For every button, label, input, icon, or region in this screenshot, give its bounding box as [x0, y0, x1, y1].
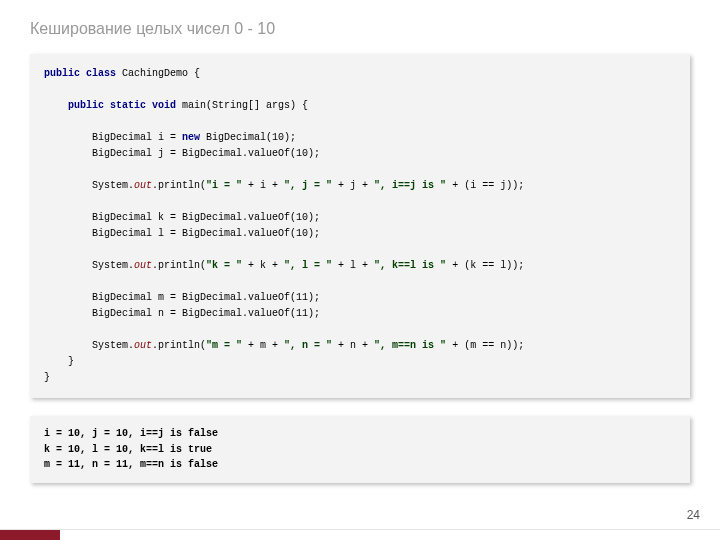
code-str: "m = " — [206, 340, 242, 351]
code-text: } — [44, 372, 50, 383]
code-text: BigDecimal k = BigDecimal.valueOf(10); — [44, 212, 320, 223]
code-text: System. — [44, 180, 134, 191]
code-text: + l + — [332, 260, 374, 271]
code-text: BigDecimal m = BigDecimal.valueOf(11); — [44, 292, 320, 303]
code-text: .println( — [152, 180, 206, 191]
code-text: + (i == j)); — [446, 180, 524, 191]
slide-title: Кеширование целых чисел 0 - 10 — [0, 0, 720, 38]
code-out: out — [134, 260, 152, 271]
code-text: .println( — [152, 260, 206, 271]
code-text: } — [44, 356, 74, 367]
code-text: + (k == l)); — [446, 260, 524, 271]
code-str: ", l = " — [284, 260, 332, 271]
code-str: "i = " — [206, 180, 242, 191]
output-block: i = 10, j = 10, i==j is false k = 10, l … — [30, 416, 690, 483]
page-number: 24 — [687, 508, 700, 522]
code-str: ", m==n is " — [374, 340, 446, 351]
code-text: + i + — [242, 180, 284, 191]
code-text: BigDecimal l = BigDecimal.valueOf(10); — [44, 228, 320, 239]
code-text: + j + — [332, 180, 374, 191]
code-str: ", k==l is " — [374, 260, 446, 271]
code-text: System. — [44, 260, 134, 271]
code-block: public class CachingDemo { public static… — [30, 54, 690, 398]
footer-accent — [0, 530, 60, 540]
code-text: BigDecimal n = BigDecimal.valueOf(11); — [44, 308, 320, 319]
code-text: BigDecimal j = BigDecimal.valueOf(10); — [44, 148, 320, 159]
code-out: out — [134, 340, 152, 351]
code-out: out — [134, 180, 152, 191]
footer-divider — [0, 529, 720, 530]
code-kw: public class — [44, 68, 116, 79]
code-text: + (m == n)); — [446, 340, 524, 351]
code-str: ", n = " — [284, 340, 332, 351]
code-text: CachingDemo { — [116, 68, 200, 79]
code-text: System. — [44, 340, 134, 351]
code-str: "k = " — [206, 260, 242, 271]
code-str: ", i==j is " — [374, 180, 446, 191]
code-text: + k + — [242, 260, 284, 271]
code-kw: new — [182, 132, 200, 143]
code-text: + n + — [332, 340, 374, 351]
code-text: BigDecimal(10); — [200, 132, 296, 143]
code-text: + m + — [242, 340, 284, 351]
code-str: ", j = " — [284, 180, 332, 191]
code-text: BigDecimal i = — [44, 132, 182, 143]
code-text: main(String[] args) { — [176, 100, 308, 111]
code-kw: public static void — [44, 100, 176, 111]
code-text: .println( — [152, 340, 206, 351]
